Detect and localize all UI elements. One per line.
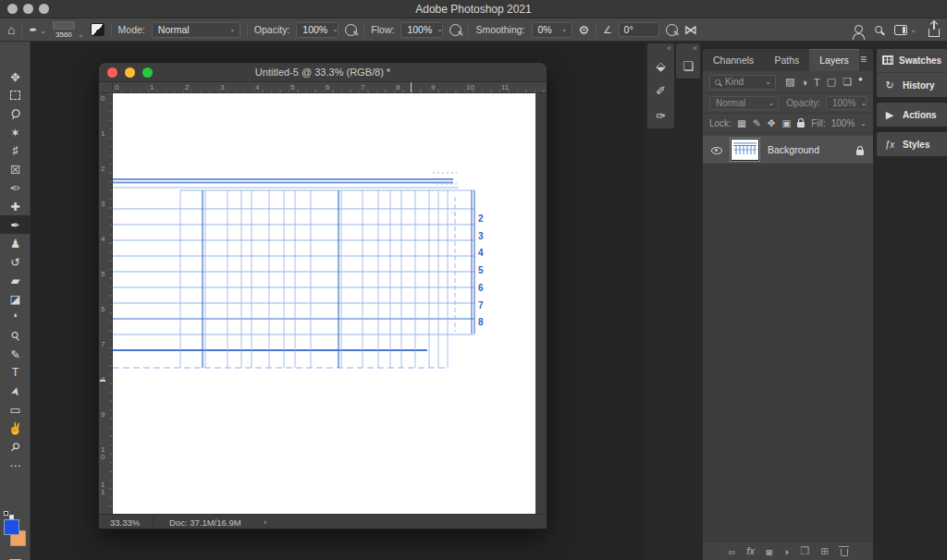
collapse-panels-icon[interactable]: « — [647, 43, 674, 54]
layer-group-icon[interactable]: ❒ — [800, 545, 809, 557]
fill-value[interactable]: 100% — [831, 118, 855, 128]
brush-preset-picker[interactable]: 3560 ⌄ — [53, 21, 84, 39]
layer-thumbnail[interactable] — [731, 139, 759, 161]
lasso-tool-icon[interactable]: Ϙ — [0, 104, 31, 123]
tab-paths[interactable]: Paths — [764, 49, 809, 71]
collapsed-panel-history[interactable]: ↻History — [877, 73, 947, 97]
link-layers-icon[interactable]: ∞ — [728, 546, 735, 557]
gradient-tool-icon[interactable]: ◪ — [0, 289, 31, 308]
libraries-panel-icon[interactable]: ❏ — [676, 54, 700, 79]
eraser-tool-icon[interactable]: ▰ — [0, 271, 31, 289]
airbrush-icon[interactable] — [449, 24, 461, 36]
brushes-panel-icon[interactable]: ✑ — [647, 103, 674, 128]
layer-row-background[interactable]: Background — [703, 136, 873, 164]
toggle-brush-settings-panel-icon[interactable] — [91, 23, 105, 36]
vruler-number: 2 — [101, 165, 108, 173]
layer-blend-mode-select[interactable]: Normal⌄ — [709, 96, 779, 110]
layer-visibility-eye-icon[interactable] — [711, 147, 722, 154]
dodge-tool-icon[interactable]: ⚲ — [0, 326, 31, 345]
eyedropper-tool-icon[interactable]: ✑ — [0, 178, 31, 197]
blur-tool-icon[interactable]: ❛ — [0, 308, 31, 326]
ledger-row-number: 4 — [478, 248, 484, 258]
share-icon[interactable] — [929, 29, 940, 37]
frame-tool-icon[interactable]: ☒ — [0, 160, 31, 178]
smoothing-select[interactable]: 0%⌄ — [532, 22, 572, 38]
app-title: Adobe Photoshop 2021 — [0, 3, 947, 16]
lock-paint-icon[interactable]: ✎ — [753, 117, 761, 128]
filter-shape-layers-icon[interactable]: ▢ — [827, 76, 836, 88]
tab-channels[interactable]: Channels — [703, 49, 764, 71]
pressure-opacity-icon[interactable] — [345, 24, 357, 36]
edit-toolbar-ellipsis-icon[interactable]: ⋯ — [0, 456, 31, 474]
lock-position-icon[interactable]: ✥ — [768, 117, 776, 128]
opacity-select[interactable]: 100%⌄ — [296, 22, 338, 38]
healing-brush-tool-icon[interactable]: ✚ — [0, 197, 31, 215]
rectangle-tool-icon[interactable]: ▭ — [0, 400, 31, 419]
zoom-tool-icon[interactable]: ⚲ — [0, 437, 31, 456]
brush-angle-field[interactable]: 0° — [619, 22, 659, 37]
magic-wand-tool-icon[interactable]: ✶ — [0, 123, 31, 141]
collapse-panels-icon[interactable]: « — [676, 43, 700, 54]
divider — [111, 22, 112, 38]
new-layer-icon[interactable]: ⊞ — [820, 545, 829, 557]
brush-settings-panel-icon[interactable]: ✐ — [647, 79, 674, 103]
filter-smart-objects-icon[interactable]: ❏ — [842, 76, 852, 88]
foreground-color-swatch[interactable] — [4, 519, 19, 535]
move-tool-icon[interactable]: ✥ — [0, 67, 31, 86]
history-brush-tool-icon[interactable]: ↺ — [0, 252, 31, 271]
document-status-bar: 33.33% Doc: 37.1M/16.9M › — [99, 514, 547, 529]
filter-toggle-icon[interactable]: ● — [858, 75, 863, 83]
history-icon: ↻ — [882, 79, 897, 91]
collapsed-panel-styles[interactable]: ƒxStyles — [877, 132, 947, 156]
rectangular-marquee-tool-icon[interactable] — [0, 86, 31, 104]
workspace-switcher[interactable]: ⌄ — [894, 25, 916, 35]
vertical-ruler[interactable]: 01234567891011 — [99, 93, 113, 514]
flow-select[interactable]: 100%⌄ — [400, 22, 443, 38]
ledger-row-number: 6 — [478, 283, 484, 293]
document-titlebar[interactable]: Untitled-5 @ 33.3% (RGB/8) * — [99, 63, 547, 82]
collapsed-panel-actions[interactable]: ▶Actions — [877, 103, 947, 127]
hruler-number: 5 — [290, 83, 294, 91]
path-selection-tool-icon[interactable]: ➤ — [0, 382, 31, 400]
brush-tool-icon[interactable]: ✒ — [0, 215, 31, 234]
home-icon[interactable]: ⌂ — [7, 22, 15, 37]
blend-mode-select[interactable]: Normal⌄ — [152, 22, 240, 38]
smoothing-options-gear-icon[interactable]: ⚙ — [579, 23, 590, 37]
brush-tool-preset[interactable]: ✒ ⌄ — [29, 24, 45, 35]
panel-menu-icon[interactable]: ≡ — [860, 53, 867, 66]
properties-panel-icon[interactable]: ⬙ — [647, 54, 674, 79]
tab-layers[interactable]: Layers — [809, 49, 859, 71]
layer-mask-icon[interactable]: ◙ — [766, 546, 772, 557]
horizontal-ruler[interactable]: 01234567891011 — [113, 82, 547, 93]
pen-tool-icon[interactable]: ✎ — [0, 345, 31, 363]
tool-palette: ✥Ϙ✶♯☒✑✚✒♟↺▰◪❛⚲✎T➤▭✌⚲⋯ ❐ — [0, 42, 31, 560]
lock-all-icon[interactable] — [797, 122, 805, 128]
filter-type-layers-icon[interactable]: T — [814, 77, 820, 88]
crop-tool-icon[interactable]: ♯ — [0, 141, 31, 160]
paint-symmetry-icon[interactable]: ⋈ — [684, 22, 697, 37]
pressure-size-icon[interactable] — [666, 24, 678, 36]
panel-label: Styles — [903, 140, 929, 150]
layer-lock-icon[interactable] — [856, 150, 864, 155]
canvas[interactable]: 2345678 — [113, 93, 535, 516]
search-icon[interactable] — [875, 26, 882, 33]
ruler-origin-corner[interactable] — [99, 82, 113, 93]
clone-stamp-tool-icon[interactable]: ♟ — [0, 234, 31, 252]
zoom-level-field[interactable]: 33.33% — [110, 517, 140, 528]
hand-tool-icon[interactable]: ✌ — [0, 419, 31, 437]
collapsed-panel-swatches[interactable]: Swatches — [877, 49, 947, 73]
account-icon[interactable] — [855, 25, 863, 33]
filter-adjustment-layers-icon[interactable]: ◑ — [801, 77, 807, 88]
lock-artboard-icon[interactable]: ▣ — [781, 117, 791, 128]
layer-filter-search[interactable]: Kind ⌄ — [709, 75, 776, 90]
layer-name[interactable]: Background — [768, 144, 819, 155]
layer-opacity-select[interactable]: 100%⌄ — [826, 96, 867, 110]
layer-effects-icon[interactable]: fx — [746, 546, 755, 556]
adjustment-layer-icon[interactable]: ◑ — [783, 546, 790, 557]
lock-transparency-icon[interactable]: ▦ — [737, 117, 746, 128]
filter-pixel-layers-icon[interactable]: ▨ — [785, 76, 794, 88]
status-options-chevron[interactable]: › — [264, 517, 266, 527]
delete-layer-icon[interactable] — [841, 549, 848, 556]
default-colors-icon[interactable] — [4, 511, 8, 516]
type-tool-icon[interactable]: T — [0, 363, 31, 382]
